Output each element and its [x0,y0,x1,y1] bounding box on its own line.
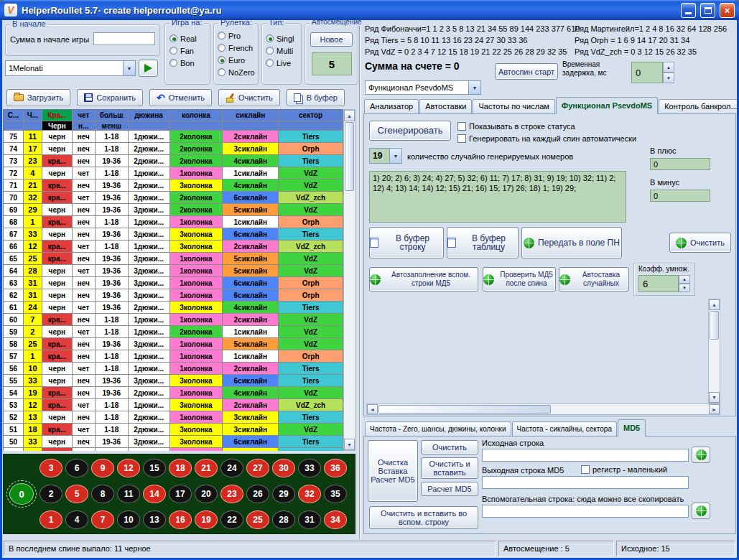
history-row[interactable]: 6733черннеч19-363дюжи...3колонка6сиклайн… [4,228,343,241]
arrow-down-icon[interactable]: ▼ [709,392,720,403]
play-button[interactable] [139,60,158,77]
md5-clear-and-paste-button[interactable]: Очистить и вставить [421,457,478,479]
generate-button[interactable]: Сгенерировать [369,121,451,141]
history-row[interactable]: 5610чернчет1-181дюжи...1колонка2сиклайнT… [4,363,343,375]
history-row[interactable]: 6124чернчет19-362дюжи...3колонка4сиклайн… [4,302,343,314]
title-bar[interactable]: V HelperRoullet 5.7- create helperroulle… [0,0,739,20]
board-number-34[interactable]: 34 [324,510,347,529]
board-number-21[interactable]: 21 [195,459,218,477]
freq-tab-Частота - сиклайны, сектора[interactable]: Частота - сиклайны, сектора [512,421,617,436]
chevron-down-icon[interactable]: ▼ [468,81,480,94]
board-number-30[interactable]: 30 [272,459,295,477]
board-number-16[interactable]: 16 [169,510,192,529]
start-sum-input[interactable] [93,32,155,45]
md5-calc-button[interactable]: Расчет MD5 [421,482,478,496]
count-select[interactable]: 19 ▼ [369,148,402,164]
arrow-down-icon[interactable]: ▼ [679,284,690,292]
board-number-24[interactable]: 24 [220,459,243,477]
board-number-14[interactable]: 14 [143,485,166,503]
plus-value-field[interactable]: 0 [650,158,710,170]
chevron-down-icon[interactable]: ▼ [123,61,135,75]
clear-button[interactable]: Очистить [218,89,280,106]
board-number-11[interactable]: 11 [117,485,140,503]
buffer-row-button[interactable]: В буфер строку [369,227,444,258]
arrow-right-icon[interactable]: ► [709,404,720,414]
autobet-random-button[interactable]: Автоставка случайных [559,267,629,291]
send-to-pn-button[interactable]: Передать в поле ПН [521,227,622,258]
tab-Частоты по числам[interactable]: Частоты по числам [473,99,554,113]
gen-table-vscrollbar[interactable]: ▲ ▼ [708,299,720,403]
arrow-down-icon[interactable]: ▼ [344,439,355,450]
board-number-7[interactable]: 7 [91,510,114,529]
board-number-33[interactable]: 33 [298,459,321,477]
board-number-27[interactable]: 27 [246,459,269,477]
chevron-down-icon[interactable]: ▼ [389,149,401,163]
board-number-23[interactable]: 23 [220,485,243,503]
save-button[interactable]: Сохранить [77,89,143,106]
arrow-up-icon[interactable]: ▲ [344,110,355,121]
radio-fan[interactable]: Fan [169,45,197,57]
history-row[interactable]: 5312кра...чет1-181дюжи...3колонка2сиклай… [4,399,343,411]
aux-globe-button[interactable] [692,503,710,519]
board-number-10[interactable]: 10 [117,510,140,529]
md5-clear-paste-calc-button[interactable]: Очистка Вставка Расчет MD5 [368,440,418,502]
md5-clear-button[interactable]: Очистить [421,440,478,454]
history-row[interactable]: 5213черннеч1-182дюжи...1колонка3сиклайнT… [4,411,343,424]
gen-table-hscrollbar[interactable]: ◄ ► [366,403,720,415]
autogenerate-checkbox[interactable]: Генерировать на каждый спин автоматическ… [457,134,636,143]
history-row[interactable]: 6929черннеч19-363дюжи...2колонка5сиклайн… [4,204,343,216]
board-number-3[interactable]: 3 [39,459,62,477]
board-number-22[interactable]: 22 [220,510,243,529]
delay-spinner[interactable]: 0 ▲ ▼ [631,62,674,83]
aux-string-input[interactable] [482,505,689,518]
lowercase-checkbox[interactable]: регистр - маленький [581,465,667,474]
board-number-32[interactable]: 32 [298,485,321,503]
history-row[interactable]: 6525кра...неч19-363дюжи...1колонка5сикла… [4,253,343,265]
history-row[interactable]: 571кра...неч1-181дюжи...1колонка1сиклайн… [4,350,343,363]
to-buffer-button[interactable]: В буфер [287,89,345,106]
undo-button[interactable]: ↶Отменить [149,89,212,106]
history-row[interactable]: 6612кра...чет1-181дюжи...3колонка2сиклай… [4,241,343,253]
profile-select[interactable]: 1Melonati ▼ [5,60,136,76]
arrow-up-icon[interactable]: ▲ [679,275,690,284]
board-number-5[interactable]: 5 [65,485,88,503]
board-number-20[interactable]: 20 [195,485,218,503]
arrow-up-icon[interactable]: ▲ [663,62,674,73]
scrollbar-thumb[interactable] [710,311,719,340]
board-number-26[interactable]: 26 [246,485,269,503]
history-row[interactable]: 4916кра...чет1-182дюжи...1колонка3сиклай… [4,448,343,451]
radio-euro[interactable]: Euro [218,54,255,66]
radio-singl[interactable]: Singl [266,32,294,45]
minimize-button[interactable] [681,3,696,18]
history-row[interactable]: 5419кра...неч19-362дюжи...1колонка4сикла… [4,387,343,399]
board-number-19[interactable]: 19 [195,510,218,529]
minus-value-field[interactable]: 0 [650,190,710,202]
board-number-15[interactable]: 15 [143,459,166,477]
board-number-35[interactable]: 35 [324,485,347,503]
history-row[interactable]: 724чернчет1-181дюжи...1колонка1сиклайнVd… [4,167,343,179]
radio-nozero[interactable]: NoZero [218,66,255,78]
board-number-25[interactable]: 25 [246,510,269,529]
tab-Функционал PsevdoMS[interactable]: Функционал PsevdoMS [556,97,658,114]
history-row[interactable]: 7121кра...неч19-362дюжи...3колонка4сикла… [4,179,343,192]
board-number-36[interactable]: 36 [324,459,347,477]
source-string-input[interactable] [482,449,689,462]
board-number-1[interactable]: 1 [39,510,62,529]
history-row[interactable]: 6231черннеч19-363дюжи...1колонка6сиклайн… [4,289,343,302]
radio-pro[interactable]: Pro [218,29,255,42]
output-md5-input[interactable] [482,476,689,489]
check-md5-button[interactable]: Проверить МД5 после спина [483,267,556,291]
source-globe-button[interactable] [692,447,710,463]
history-row[interactable]: 7323кра...неч19-362дюжи...2колонка4сикла… [4,155,343,167]
freq-tab-Частота - Zero, шансы, дюжины, колонки[interactable]: Частота - Zero, шансы, дюжины, колонки [365,421,511,436]
history-row[interactable]: 5825кра...неч19-363дюжи...1колонка5сикла… [4,338,343,350]
freq-tab-MD5[interactable]: MD5 [618,419,646,437]
history-row[interactable]: 5033черннеч19-363дюжи...3колонка6сиклайн… [4,436,343,448]
radio-multi[interactable]: Multi [266,45,294,57]
mode-select[interactable]: Функционал PsevdoMS ▼ [365,80,481,95]
radio-bon[interactable]: Bon [169,57,197,69]
radio-real[interactable]: Real [169,32,197,45]
scrollbar-thumb[interactable] [345,122,354,191]
board-number-2[interactable]: 2 [39,485,62,503]
autospin-start-button[interactable]: Автоспин старт [495,63,558,80]
